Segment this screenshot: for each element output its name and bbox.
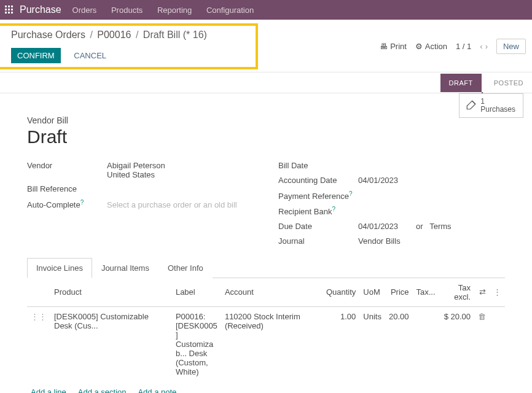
billref-label: Bill Reference: [27, 184, 107, 193]
svg-rect-5: [11, 9, 13, 10]
action-button[interactable]: ⚙ Action: [415, 42, 447, 51]
tab-journal-items[interactable]: Journal Items: [92, 258, 158, 278]
edit-icon: [466, 99, 477, 112]
form-sheet: 1 Purchases Vendor Bill Draft Vendor Abi…: [9, 93, 523, 393]
menu-products[interactable]: Products: [111, 6, 143, 15]
cell-label[interactable]: P00016: [DESK0005] Customizab... Desk (C…: [172, 306, 221, 381]
tab-invoice-lines[interactable]: Invoice Lines: [27, 258, 92, 278]
pager-next-icon[interactable]: ›: [485, 42, 488, 51]
control-bar: Purchase Orders / P00016 / Draft Bill (*…: [0, 20, 532, 72]
vendor-label: Vendor: [27, 161, 107, 170]
status-bar: DRAFT POSTED: [0, 72, 532, 93]
menu-configuration[interactable]: Configuration: [206, 6, 254, 15]
col-price[interactable]: Price: [385, 278, 413, 307]
adjust-columns-icon[interactable]: ⇄: [479, 287, 486, 297]
add-note-link[interactable]: Add a note: [138, 387, 176, 393]
stat-purchases-button[interactable]: 1 Purchases: [459, 93, 523, 118]
journal-field[interactable]: Vendor Bills: [358, 236, 401, 246]
form-title: Draft: [27, 126, 505, 147]
billdate-label: Bill Date: [278, 161, 358, 170]
svg-rect-0: [5, 6, 7, 7]
cell-qty[interactable]: 1.00: [323, 306, 359, 381]
cell-product[interactable]: [DESK0005] Customizable Desk (Cus...: [50, 306, 172, 381]
new-button[interactable]: New: [496, 39, 526, 54]
vendor-country: United States: [107, 170, 165, 179]
cell-account[interactable]: 110200 Stock Interim (Received): [221, 306, 323, 381]
crumb-purchase-orders[interactable]: Purchase Orders: [11, 29, 85, 40]
form-subtitle: Vendor Bill: [27, 115, 505, 125]
status-draft[interactable]: DRAFT: [440, 74, 482, 92]
tab-other-info[interactable]: Other Info: [158, 258, 213, 278]
add-section-link[interactable]: Add a section: [78, 387, 127, 393]
autocomplete-label: Auto-Complete: [27, 200, 80, 209]
help-icon[interactable]: ?: [80, 199, 84, 206]
duedate-field[interactable]: 04/01/2023 or Terms: [358, 222, 452, 231]
cell-price[interactable]: 20.00: [385, 306, 413, 381]
svg-rect-1: [8, 6, 10, 7]
terms-field[interactable]: Terms: [429, 222, 451, 231]
menu-reporting[interactable]: Reporting: [157, 6, 192, 15]
help-icon[interactable]: ?: [332, 206, 335, 212]
recbank-label: Recipient Bank: [278, 208, 332, 217]
vendor-name[interactable]: Abigail Peterson: [107, 161, 165, 170]
col-account[interactable]: Account: [221, 278, 323, 307]
acctdate-field[interactable]: 04/01/2023: [358, 176, 398, 185]
confirm-button[interactable]: CONFIRM: [11, 48, 61, 63]
col-label[interactable]: Label: [172, 278, 221, 307]
gear-icon: ⚙: [415, 42, 423, 51]
help-icon[interactable]: ?: [349, 190, 353, 197]
svg-rect-4: [8, 9, 10, 10]
print-icon: 🖶: [380, 42, 388, 51]
col-tax[interactable]: Tax...: [413, 278, 439, 307]
svg-rect-2: [11, 6, 13, 7]
cell-taxexcl: $ 20.00: [439, 306, 474, 381]
svg-rect-6: [5, 12, 7, 14]
apps-grid-icon[interactable]: [5, 6, 14, 14]
col-uom[interactable]: UoM: [359, 278, 385, 307]
status-posted[interactable]: POSTED: [482, 74, 532, 92]
crumb-current: Draft Bill (* 16): [143, 29, 207, 40]
stat-label: Purchases: [480, 106, 515, 114]
svg-rect-7: [8, 12, 10, 14]
payref-label: Payment Reference: [278, 192, 349, 201]
delete-row-icon[interactable]: 🗑: [478, 312, 486, 321]
col-product[interactable]: Product: [50, 278, 172, 307]
svg-rect-8: [11, 12, 13, 14]
kebab-icon[interactable]: ⋮: [493, 287, 501, 297]
pager-prev-icon[interactable]: ‹: [480, 42, 482, 51]
print-button[interactable]: 🖶 Print: [380, 42, 407, 51]
menu-orders[interactable]: Orders: [72, 6, 97, 15]
breadcrumb: Purchase Orders / P00016 / Draft Bill (*…: [0, 26, 252, 44]
form-tabs: Invoice Lines Journal Items Other Info: [27, 257, 505, 278]
pager-text: 1 / 1: [456, 42, 471, 51]
col-quantity[interactable]: Quantity: [323, 278, 359, 307]
drag-handle-icon[interactable]: ⋮⋮: [31, 312, 47, 321]
duedate-label: Due Date: [278, 222, 358, 231]
app-title[interactable]: Purchase: [20, 4, 61, 15]
acctdate-label: Accounting Date: [278, 176, 358, 185]
invoice-lines-table: Product Label Account Quantity UoM Price…: [27, 278, 505, 381]
cancel-button[interactable]: CANCEL: [68, 48, 112, 63]
top-nav: Purchase Orders Products Reporting Confi…: [0, 0, 532, 20]
highlight-box: Purchase Orders / P00016 / Draft Bill (*…: [0, 23, 258, 69]
col-taxexcl[interactable]: Tax excl.: [439, 278, 474, 307]
autocomplete-field[interactable]: Select a purchase order or an old bill: [107, 200, 237, 209]
svg-rect-3: [5, 9, 7, 10]
crumb-p00016[interactable]: P00016: [97, 29, 131, 40]
journal-label: Journal: [278, 236, 358, 246]
add-line-link[interactable]: Add a line: [31, 387, 66, 393]
table-row[interactable]: ⋮⋮ [DESK0005] Customizable Desk (Cus... …: [27, 306, 505, 381]
cell-uom[interactable]: Units: [359, 306, 385, 381]
